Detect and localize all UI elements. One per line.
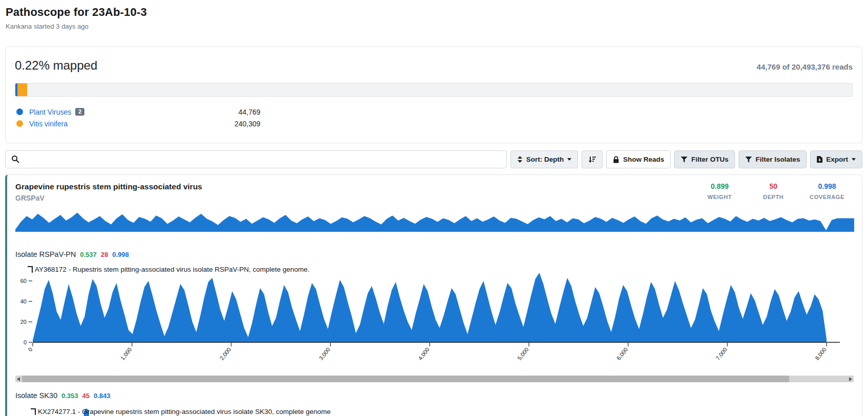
search-icon bbox=[11, 155, 19, 163]
page-header: Pathoscope for 23Ab-10-3 Kankana started… bbox=[6, 6, 147, 30]
isolate-depth: 28 bbox=[101, 251, 108, 258]
range-bracket-icon bbox=[28, 266, 33, 273]
depth-value: 50 bbox=[748, 182, 799, 190]
isolate-weight: 0.353 bbox=[61, 392, 78, 400]
isolate-coverage: 0.998 bbox=[113, 251, 129, 258]
sequence-annotation-sk30: KX274277.1 - Grapevine rupestris stem pi… bbox=[31, 408, 854, 415]
legend-item-plant-viruses: Plant Viruses 2 44,769 bbox=[15, 106, 853, 118]
otu-coverage-overview-chart[interactable] bbox=[15, 208, 854, 232]
weight-value: 0.899 bbox=[694, 182, 745, 190]
export-label: Export bbox=[826, 156, 848, 163]
otu-abbreviation: GRSPaV bbox=[15, 194, 202, 202]
sequence-annotation-text: KX274277.1 - Grapevine rupestris stem pi… bbox=[38, 408, 331, 415]
mapped-progress-bar bbox=[15, 83, 853, 97]
isolate-coverage-chart-wrap: 020406001,0002,0003,0004,0005,0006,0007,… bbox=[15, 266, 854, 382]
filter-isolates-button[interactable]: Filter Isolates bbox=[739, 150, 807, 168]
mapped-reads-count: 44,769 of 20,493,376 reads bbox=[756, 62, 853, 71]
file-export-icon bbox=[817, 156, 822, 163]
sort-direction-button[interactable] bbox=[582, 150, 603, 168]
sequence-annotation: AY368172 - Rupestris stem pitting-associ… bbox=[28, 266, 309, 273]
svg-text:6,000: 6,000 bbox=[615, 346, 629, 361]
scroll-left-arrow-icon[interactable] bbox=[17, 377, 20, 381]
blue-dot-icon bbox=[16, 108, 23, 115]
page-title: Pathoscope for 23Ab-10-3 bbox=[6, 6, 147, 19]
sort-dropdown-button[interactable]: Sort: Depth bbox=[510, 150, 578, 168]
range-bracket-icon bbox=[31, 408, 36, 415]
isolate-coverage: 0.843 bbox=[94, 392, 110, 400]
scroll-right-arrow-icon[interactable] bbox=[849, 377, 852, 381]
filter-isolates-label: Filter Isolates bbox=[755, 156, 800, 163]
lock-icon bbox=[613, 156, 619, 163]
svg-text:20: 20 bbox=[20, 319, 27, 325]
mapped-bar-subtraction-segment bbox=[17, 83, 27, 96]
svg-text:1,000: 1,000 bbox=[119, 346, 132, 361]
legend-link-vitis-vinifera[interactable]: Vitis vinifera bbox=[29, 120, 68, 128]
isolate-header-rspav-pn[interactable]: Isolate RSPaV-PN 0.537 28 0.998 bbox=[15, 250, 854, 258]
weight-label: WEIGHT bbox=[694, 194, 745, 200]
chevron-down-icon bbox=[567, 158, 571, 161]
sequence-annotation-text: AY368172 - Rupestris stem pitting-associ… bbox=[35, 266, 309, 273]
coverage-label: COVERAGE bbox=[802, 194, 853, 200]
svg-text:60: 60 bbox=[20, 278, 27, 284]
svg-text:40: 40 bbox=[20, 298, 27, 304]
chart-horizontal-scrollbar[interactable] bbox=[15, 376, 854, 382]
legend-read-count: 44,769 bbox=[209, 108, 260, 116]
svg-text:3,000: 3,000 bbox=[318, 346, 331, 361]
otu-card-grspav: Grapevine rupestris stem pitting-associa… bbox=[5, 174, 862, 416]
scrollbar-thumb[interactable] bbox=[22, 376, 789, 382]
filter-otus-label: Filter OTUs bbox=[691, 156, 728, 163]
mapped-percent: 0.22% mapped bbox=[15, 58, 97, 75]
filter-funnel-icon bbox=[681, 157, 687, 163]
filter-otus-button[interactable]: Filter OTUs bbox=[674, 150, 735, 168]
svg-text:7,000: 7,000 bbox=[715, 346, 728, 361]
svg-text:8,000: 8,000 bbox=[814, 346, 827, 361]
mapped-summary-card: 0.22% mapped 44,769 of 20,493,376 reads … bbox=[5, 47, 862, 143]
scrollbar-track[interactable] bbox=[22, 376, 847, 382]
otu-name[interactable]: Grapevine rupestris stem pitting-associa… bbox=[15, 182, 202, 191]
job-subtitle: Kankana started 3 days ago bbox=[6, 23, 147, 30]
search-input[interactable] bbox=[5, 150, 507, 168]
svg-text:5,000: 5,000 bbox=[516, 346, 529, 361]
show-reads-label: Show Reads bbox=[623, 156, 664, 163]
isolate-depth: 45 bbox=[82, 392, 90, 400]
mapped-legend: Plant Viruses 2 44,769 Vitis vinifera 24… bbox=[15, 106, 853, 129]
isolate-coverage-chart: 020406001,0002,0003,0004,0005,0006,0007,… bbox=[15, 266, 854, 370]
isolate-title: Isolate RSPaV-PN bbox=[15, 250, 76, 258]
isolate-weight: 0.537 bbox=[80, 251, 97, 258]
sort-amount-down-icon bbox=[588, 156, 596, 163]
results-toolbar: Sort: Depth Show Reads Filter OTUs Filte… bbox=[5, 150, 862, 168]
svg-text:4,000: 4,000 bbox=[417, 346, 430, 361]
show-reads-button[interactable]: Show Reads bbox=[606, 150, 671, 168]
filter-funnel-icon bbox=[745, 157, 752, 163]
otu-stats: 0.899 WEIGHT 50 DEPTH 0.998 COVERAGE bbox=[694, 182, 853, 202]
legend-item-vitis-vinifera: Vitis vinifera 240,309 bbox=[15, 118, 853, 129]
sort-label: Sort: Depth bbox=[526, 156, 564, 163]
legend-link-plant-viruses[interactable]: Plant Viruses bbox=[29, 108, 71, 116]
isolate-header-sk30[interactable]: Isolate SK30 0.353 45 0.843 bbox=[15, 391, 854, 400]
legend-read-count: 240,309 bbox=[209, 120, 260, 128]
sort-updown-icon bbox=[517, 156, 523, 163]
svg-text:2,000: 2,000 bbox=[218, 346, 232, 361]
export-dropdown-button[interactable]: Export bbox=[810, 150, 862, 168]
depth-label: DEPTH bbox=[748, 194, 799, 200]
svg-text:0: 0 bbox=[24, 339, 27, 345]
svg-text:0: 0 bbox=[27, 346, 33, 353]
chevron-down-icon bbox=[852, 158, 856, 161]
legend-count-badge: 2 bbox=[75, 108, 84, 116]
orange-dot-icon bbox=[16, 120, 23, 127]
coverage-value: 0.998 bbox=[802, 182, 853, 190]
isolate-title: Isolate SK30 bbox=[15, 391, 57, 400]
